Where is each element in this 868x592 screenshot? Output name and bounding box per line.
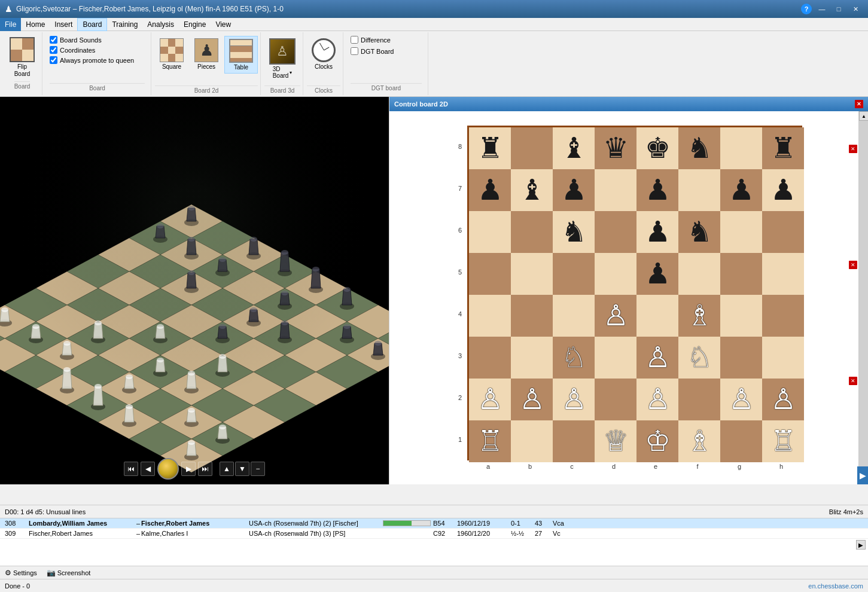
board-3d-btn[interactable]: ♙ 3DBoard ▾ <box>264 36 300 81</box>
scrollbar[interactable]: ▲ ▼ <box>858 111 868 484</box>
chess-square[interactable] <box>553 295 595 337</box>
chess-square[interactable]: ♙ <box>720 379 762 420</box>
chess-square[interactable]: ♙ <box>553 379 595 420</box>
clocks-btn[interactable]: Clocks <box>307 36 340 72</box>
close-btn[interactable]: ✕ <box>848 3 863 15</box>
website-link[interactable]: en.chessbase.com <box>808 582 863 590</box>
menu-insert[interactable]: Insert <box>50 18 77 31</box>
chess-square[interactable]: ♝ <box>553 127 595 169</box>
nav-arrow-btn[interactable]: ▶ <box>857 466 868 484</box>
chess-square[interactable] <box>511 127 553 169</box>
chess-square[interactable]: ♟ <box>762 169 804 211</box>
chess-square[interactable]: ♙ <box>595 295 636 337</box>
square-btn[interactable]: Square <box>155 36 188 72</box>
chess-square[interactable] <box>678 169 720 211</box>
chess-square[interactable] <box>720 295 762 337</box>
nav-prev-btn[interactable]: ◀ <box>141 462 155 476</box>
chess-square[interactable]: ♘ <box>678 337 720 379</box>
chess-square[interactable]: ♖ <box>762 420 804 462</box>
coordinates-checkbox[interactable]: Coordinates <box>50 46 145 54</box>
chess-square[interactable]: ♞ <box>678 211 720 253</box>
chess-square[interactable] <box>720 337 762 379</box>
minimize-btn[interactable]: — <box>814 3 830 15</box>
menu-file[interactable]: File <box>0 18 21 31</box>
chess-square[interactable] <box>595 169 636 211</box>
chess-square[interactable]: ♙ <box>636 337 678 379</box>
chess-square[interactable]: ♟ <box>636 211 678 253</box>
pieces-btn[interactable]: ♟ Pieces <box>190 36 223 72</box>
chess-square[interactable]: ♙ <box>636 379 678 420</box>
chess-square[interactable]: ♗ <box>678 420 720 462</box>
promote-queen-checkbox[interactable]: Always promote to queen <box>50 56 145 64</box>
nav-first-btn[interactable]: ⏮ <box>124 462 138 476</box>
flip-board-button[interactable]: FlipBoard <box>7 35 37 80</box>
chess-square[interactable] <box>636 295 678 337</box>
chess-square[interactable]: ♟ <box>636 253 678 295</box>
chess-square[interactable] <box>720 253 762 295</box>
chess-square[interactable] <box>595 337 636 379</box>
chess-square[interactable] <box>762 295 804 337</box>
chess-square[interactable] <box>762 337 804 379</box>
chess-square[interactable]: ♔ <box>636 420 678 462</box>
chess-square[interactable] <box>469 253 511 295</box>
nav-down-btn[interactable]: ▼ <box>235 462 249 476</box>
chess-square[interactable]: ♕ <box>595 420 636 462</box>
chess-square[interactable]: ♟ <box>636 169 678 211</box>
difference-checkbox[interactable]: Difference <box>351 36 422 44</box>
table-btn[interactable]: Table <box>224 36 258 74</box>
game-list-row[interactable]: 309 Fischer,Robert James – Kalme,Charles… <box>0 529 868 539</box>
chess-square[interactable]: ♚ <box>636 127 678 169</box>
chess-square[interactable]: ♞ <box>553 211 595 253</box>
chess-square[interactable] <box>511 253 553 295</box>
chess-square[interactable] <box>553 420 595 462</box>
chess-square[interactable] <box>762 211 804 253</box>
nav-minus-btn[interactable]: − <box>251 462 265 476</box>
chess-square[interactable]: ♛ <box>595 127 636 169</box>
chess-square[interactable]: ♝ <box>511 169 553 211</box>
nav-up-btn[interactable]: ▲ <box>220 462 234 476</box>
menu-training[interactable]: Training <box>107 18 142 31</box>
maximize-btn[interactable]: □ <box>831 3 846 15</box>
menu-engine[interactable]: Engine <box>179 18 211 31</box>
nav-next-btn[interactable]: ▶ <box>181 462 196 476</box>
chess-square[interactable] <box>553 253 595 295</box>
scroll-up-btn[interactable]: ▲ <box>859 111 868 121</box>
menu-home[interactable]: Home <box>21 18 50 31</box>
help-btn[interactable]: ? <box>801 4 812 14</box>
panel-x-mid[interactable]: ✕ <box>849 261 857 269</box>
nav-last-btn[interactable]: ⏭ <box>198 462 212 476</box>
game-list-row[interactable]: 308 Lombardy,William James – Fischer,Rob… <box>0 518 868 529</box>
chess-square[interactable] <box>595 253 636 295</box>
chess-square[interactable]: ♗ <box>678 295 720 337</box>
menu-view[interactable]: View <box>211 18 236 31</box>
chess-board[interactable]: ♜♝♛♚♞♜♟♝♟♟♟♟♞♟♞♟♙♗♘♙♘♙♙♙♙♙♙♖♕♔♗♖ <box>467 126 802 460</box>
chess-square[interactable]: ♟ <box>553 169 595 211</box>
menu-analysis[interactable]: Analysis <box>142 18 179 31</box>
chess-square[interactable]: ♙ <box>762 379 804 420</box>
panel-x-bot[interactable]: ✕ <box>849 377 857 385</box>
chess-square[interactable]: ♙ <box>469 379 511 420</box>
panel-x-top[interactable]: ✕ <box>849 145 857 153</box>
chess-square[interactable] <box>720 420 762 462</box>
chess-square[interactable] <box>595 211 636 253</box>
chess-square[interactable] <box>595 379 636 420</box>
chess-square[interactable] <box>678 379 720 420</box>
screenshot-btn[interactable]: 📷 Screenshot <box>44 568 93 578</box>
chess-square[interactable]: ♖ <box>469 420 511 462</box>
nav-sphere[interactable] <box>157 458 179 480</box>
chess-square[interactable] <box>720 127 762 169</box>
chess-square[interactable] <box>762 253 804 295</box>
chess-square[interactable] <box>511 420 553 462</box>
chess-square[interactable] <box>678 253 720 295</box>
settings-btn[interactable]: ⚙ Settings <box>2 568 39 578</box>
chess-square[interactable] <box>511 337 553 379</box>
chess-square[interactable]: ♙ <box>511 379 553 420</box>
menu-board[interactable]: Board <box>77 18 107 31</box>
list-scroll-right[interactable]: ▶ <box>856 540 866 550</box>
chess-square[interactable]: ♟ <box>720 169 762 211</box>
chess-square[interactable] <box>469 337 511 379</box>
chess-square[interactable] <box>720 211 762 253</box>
panel-close-btn[interactable]: ✕ <box>855 100 863 108</box>
chess-square[interactable] <box>511 211 553 253</box>
chess-square[interactable]: ♟ <box>469 169 511 211</box>
